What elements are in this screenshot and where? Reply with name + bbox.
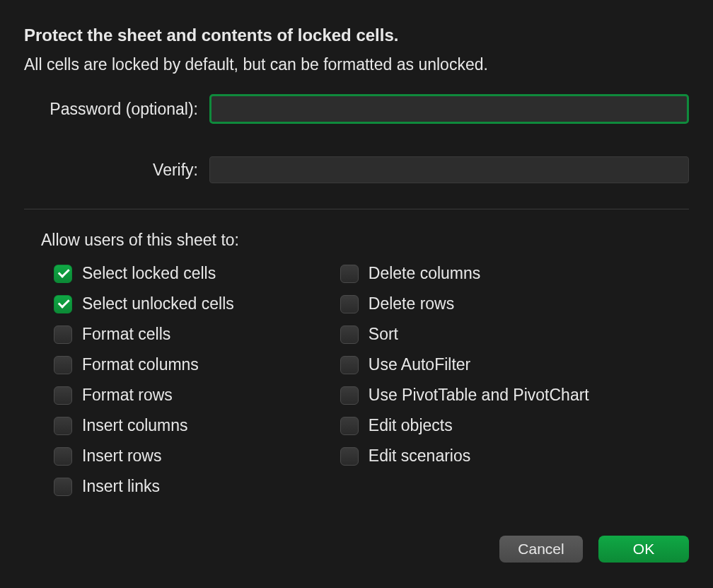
permission-row[interactable]: Format rows (54, 386, 234, 405)
verify-input[interactable] (209, 156, 689, 183)
checkbox[interactable] (54, 447, 72, 466)
checkbox[interactable] (54, 295, 72, 313)
dialog-subtitle: All cells are locked by default, but can… (24, 55, 689, 74)
checkbox-label: Edit scenarios (369, 446, 470, 466)
permission-row[interactable]: Format cells (54, 325, 234, 344)
dialog-title: Protect the sheet and contents of locked… (24, 25, 689, 45)
permission-row[interactable]: Format columns (54, 355, 234, 374)
permission-row[interactable]: Delete rows (340, 294, 589, 313)
cancel-button[interactable]: Cancel (499, 536, 583, 563)
checkbox-label: Insert rows (82, 446, 161, 466)
checkbox-label: Format cells (82, 325, 170, 344)
checkbox-label: Select locked cells (82, 264, 216, 283)
permissions-container: Select locked cellsSelect unlocked cells… (54, 264, 689, 496)
permissions-column-right: Delete columnsDelete rowsSortUse AutoFil… (340, 264, 589, 496)
password-label: Password (optional): (24, 100, 209, 119)
permissions-section-label: Allow users of this sheet to: (41, 231, 689, 250)
checkbox[interactable] (54, 265, 72, 283)
checkbox-label: Insert links (82, 477, 160, 496)
checkbox[interactable] (340, 447, 359, 466)
checkbox[interactable] (340, 295, 359, 313)
checkbox-label: Use PivotTable and PivotChart (369, 386, 589, 405)
verify-row: Verify: (24, 156, 689, 183)
checkbox[interactable] (340, 265, 359, 283)
verify-label: Verify: (24, 161, 209, 180)
permission-row[interactable]: Insert rows (54, 446, 234, 466)
checkbox-label: Select unlocked cells (82, 294, 234, 313)
ok-button[interactable]: OK (598, 536, 689, 563)
checkbox-label: Insert columns (82, 416, 188, 435)
permission-row[interactable]: Use AutoFilter (340, 355, 589, 374)
checkbox[interactable] (340, 325, 359, 344)
permission-row[interactable]: Use PivotTable and PivotChart (340, 386, 589, 405)
permission-row[interactable]: Edit scenarios (340, 446, 589, 466)
checkbox-label: Delete columns (369, 264, 481, 283)
permission-row[interactable]: Sort (340, 325, 589, 344)
checkbox[interactable] (340, 386, 359, 405)
permission-row[interactable]: Insert links (54, 477, 234, 496)
checkbox[interactable] (54, 356, 72, 374)
checkbox[interactable] (54, 417, 72, 435)
permission-row[interactable]: Select locked cells (54, 264, 234, 283)
checkbox-label: Format columns (82, 355, 199, 374)
permission-row[interactable]: Insert columns (54, 416, 234, 435)
checkbox[interactable] (54, 386, 72, 405)
checkbox-label: Edit objects (369, 416, 453, 435)
permission-row[interactable]: Edit objects (340, 416, 589, 435)
permissions-column-left: Select locked cellsSelect unlocked cells… (54, 264, 234, 496)
permission-row[interactable]: Delete columns (340, 264, 589, 283)
checkbox[interactable] (340, 356, 359, 374)
checkbox[interactable] (340, 417, 359, 435)
checkbox[interactable] (54, 478, 72, 496)
checkbox-label: Sort (369, 325, 398, 344)
password-input[interactable] (209, 94, 689, 124)
password-row: Password (optional): (24, 94, 689, 124)
checkbox-label: Use AutoFilter (369, 355, 470, 374)
button-row: Cancel OK (499, 536, 689, 563)
checkbox[interactable] (54, 325, 72, 344)
checkbox-label: Delete rows (369, 294, 454, 313)
divider (24, 209, 689, 209)
checkbox-label: Format rows (82, 386, 173, 405)
permission-row[interactable]: Select unlocked cells (54, 294, 234, 313)
